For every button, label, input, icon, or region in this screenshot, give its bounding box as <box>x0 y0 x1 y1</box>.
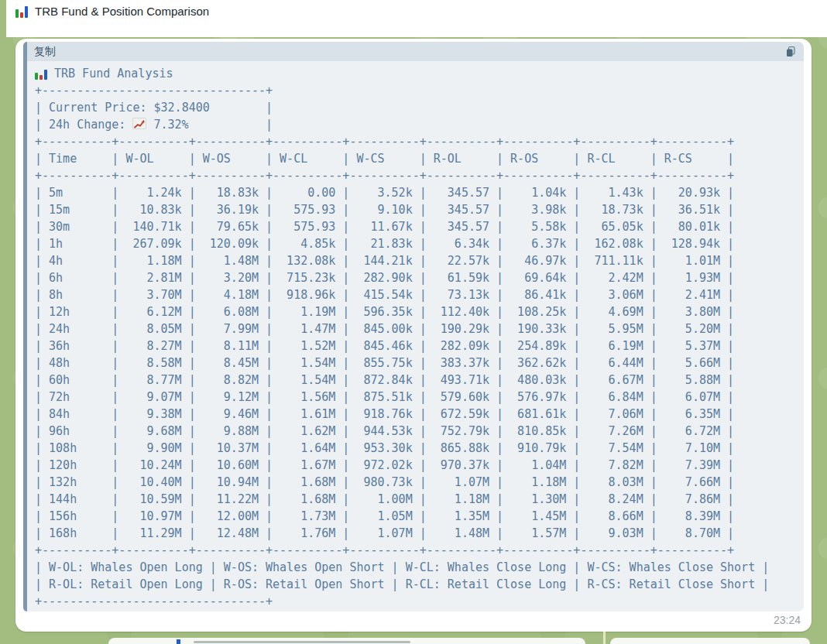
code-line: +----------+----------+----------+------… <box>35 133 804 150</box>
copy-button[interactable] <box>784 45 797 58</box>
truncated-text <box>194 641 410 643</box>
code-line: | 6h | 2.81M | 3.20M | 715.23k | 282.90k… <box>35 269 804 286</box>
code-line: | 1h | 267.09k | 120.09k | 4.85k | 21.83… <box>35 235 804 252</box>
code-lines: +--------------------------------+| Curr… <box>35 82 804 610</box>
code-line: | 48h | 8.58M | 8.45M | 1.54M | 855.75k … <box>35 355 804 372</box>
code-line: | 60h | 8.77M | 8.82M | 1.54M | 872.84k … <box>35 372 804 389</box>
page: { "title_bar": { "title": "TRB Fund & Po… <box>0 0 827 644</box>
code-line: | 144h | 10.59M | 11.22M | 1.68M | 1.00M… <box>35 491 804 508</box>
message-timestamp: 23:24 <box>774 614 801 626</box>
code-line: | 120h | 10.24M | 10.60M | 1.67M | 972.0… <box>35 457 804 474</box>
code-line: | 8h | 3.70M | 4.18M | 918.96k | 415.54k… <box>35 286 804 303</box>
code-line: | 30m | 140.71k | 79.65k | 575.93 | 11.6… <box>35 218 804 235</box>
code-block: 复制 TRB Fund Analysis +------------------… <box>23 42 804 611</box>
code-body: TRB Fund Analysis +---------------------… <box>23 61 804 611</box>
code-line: | 96h | 9.68M | 9.88M | 1.62M | 944.53k … <box>35 423 804 440</box>
code-line: | 72h | 9.07M | 9.12M | 1.56M | 875.51k … <box>35 389 804 406</box>
background-divider <box>603 632 606 644</box>
bar-chart-icon <box>15 5 28 18</box>
code-accent-stripe <box>23 42 27 611</box>
title-bar: TRB Fund & Position Comparison <box>6 0 827 37</box>
code-line: | 12h | 6.12M | 6.08M | 1.19M | 596.35k … <box>35 303 804 320</box>
code-line: | 168h | 11.29M | 12.48M | 1.76M | 1.07M… <box>35 525 804 542</box>
code-line: | 36h | 8.27M | 8.11M | 1.52M | 845.46k … <box>35 337 804 355</box>
code-line: +----------+----------+----------+------… <box>35 542 804 559</box>
code-line: +----------+----------+----------+------… <box>35 167 804 184</box>
code-header: 复制 <box>23 42 804 61</box>
code-line: | Time | W-OL | W-OS | W-CL | W-CS | R-O… <box>35 150 804 167</box>
page-title: TRB Fund & Position Comparison <box>35 5 209 19</box>
code-line: | R-OL: Retail Open Long | R-OS: Retail … <box>35 576 804 593</box>
code-line: | 5m | 1.24k | 18.83k | 0.00 | 3.52k | 3… <box>35 184 804 201</box>
copy-icon <box>784 46 797 58</box>
code-line: | W-OL: Whales Open Long | W-OS: Whales … <box>35 559 804 576</box>
code-line: | 108h | 9.90M | 10.37M | 1.64M | 953.30… <box>35 440 804 457</box>
code-line: | 24h | 8.05M | 7.99M | 1.47M | 845.00k … <box>35 320 804 337</box>
code-line: | 24h Change: 7.32% | <box>35 116 804 133</box>
message-bubble: 复制 TRB Fund Analysis +------------------… <box>15 39 812 632</box>
code-line: | 132h | 10.40M | 10.94M | 1.68M | 980.7… <box>35 474 804 491</box>
chart-increasing-icon <box>132 118 146 129</box>
code-line: | 156h | 10.97M | 12.00M | 1.73M | 1.05M… <box>35 508 804 525</box>
copy-label[interactable]: 复制 <box>34 45 56 59</box>
bar-chart-icon <box>35 68 47 80</box>
code-line: | Current Price: $32.8400 | <box>35 99 804 116</box>
code-line: | 15m | 10.83k | 36.19k | 575.93 | 9.10k… <box>35 201 804 218</box>
next-message-bubble-left <box>108 638 585 644</box>
code-line: +--------------------------------+ <box>35 593 804 610</box>
code-title-line: TRB Fund Analysis <box>35 65 804 82</box>
code-title: TRB Fund Analysis <box>54 65 173 82</box>
tiny-bar-chart-icon <box>177 639 180 644</box>
next-message-bubble-right <box>610 638 810 644</box>
code-line: +--------------------------------+ <box>35 82 804 99</box>
code-line: | 4h | 1.18M | 1.48M | 132.08k | 144.21k… <box>35 252 804 269</box>
code-line: | 84h | 9.38M | 9.46M | 1.61M | 918.76k … <box>35 406 804 423</box>
